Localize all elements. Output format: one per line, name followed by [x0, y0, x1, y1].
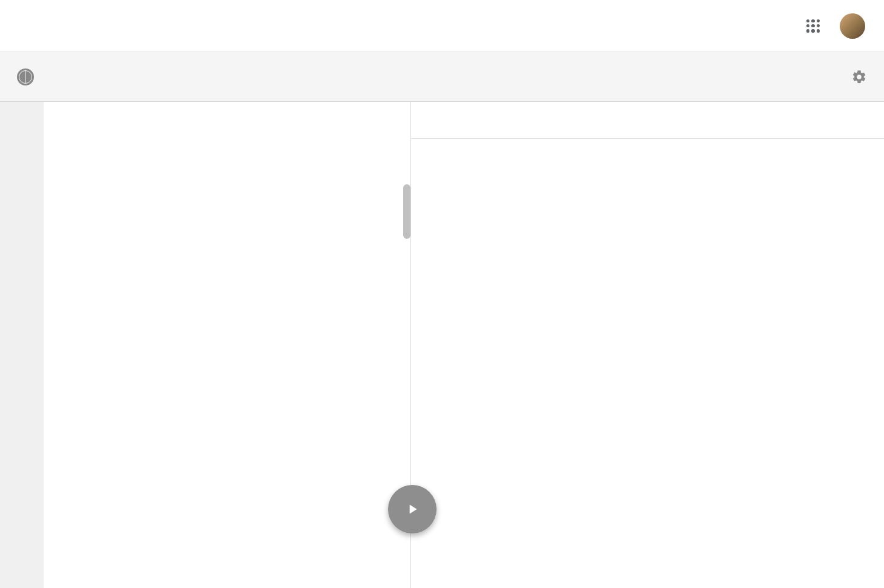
- toolbar: [0, 52, 884, 102]
- url-input[interactable]: [46, 68, 829, 85]
- play-icon: [404, 501, 420, 518]
- toolbar-right: [829, 69, 867, 85]
- code-panel[interactable]: [0, 102, 411, 588]
- header-right: [806, 12, 867, 41]
- results-cards: [411, 139, 884, 187]
- main: [0, 102, 884, 588]
- run-test-fab[interactable]: [388, 485, 437, 533]
- results-panel: [411, 102, 884, 588]
- avatar[interactable]: [838, 12, 867, 41]
- toolbar-left: [17, 68, 829, 85]
- gear-icon[interactable]: [851, 69, 867, 85]
- code-content[interactable]: [44, 102, 410, 588]
- globe-icon: [17, 68, 34, 85]
- scrollbar-thumb[interactable]: [403, 184, 410, 239]
- apps-grid-icon[interactable]: [806, 19, 820, 33]
- app-header: [0, 0, 884, 52]
- code-gutter: [0, 102, 44, 588]
- results-header: [411, 102, 884, 139]
